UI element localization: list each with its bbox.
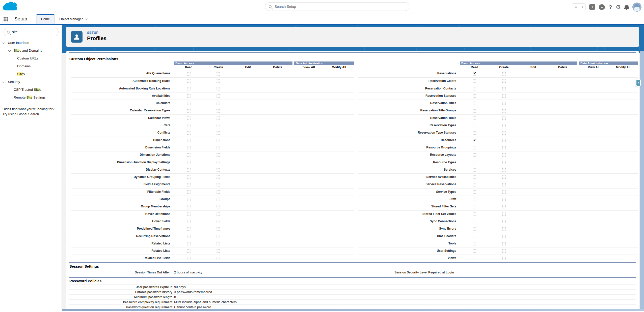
guidance-center-icon[interactable]: ▲ (599, 4, 605, 10)
checkbox-unchecked[interactable] (187, 161, 190, 164)
checkbox-unchecked[interactable] (502, 131, 505, 135)
favorites-caret-icon[interactable]: ▾ (580, 4, 585, 10)
checkbox-unchecked[interactable] (217, 72, 220, 75)
checkbox-unchecked[interactable] (187, 176, 190, 179)
checkbox-unchecked[interactable] (502, 198, 505, 201)
checkbox-unchecked[interactable] (473, 242, 476, 245)
checkbox-unchecked[interactable] (502, 124, 505, 127)
checkbox-unchecked[interactable] (473, 205, 476, 208)
checkbox-unchecked[interactable] (502, 242, 505, 245)
checkbox-unchecked[interactable] (502, 168, 505, 172)
sidebar-item-security[interactable]: Security (0, 78, 62, 86)
scroll-track-vertical[interactable] (640, 51, 644, 311)
checkbox-unchecked[interactable] (473, 190, 476, 194)
sidebar-item-user-interface[interactable]: User Interface (0, 39, 62, 47)
checkbox-unchecked[interactable] (187, 102, 190, 105)
checkbox-unchecked[interactable] (187, 168, 190, 172)
checkbox-unchecked[interactable] (473, 176, 476, 179)
checkbox-unchecked[interactable] (473, 168, 476, 172)
checkbox-unchecked[interactable] (187, 116, 190, 120)
checkbox-unchecked[interactable] (473, 146, 476, 149)
checkbox-unchecked[interactable] (217, 124, 220, 127)
checkbox-unchecked[interactable] (502, 190, 505, 194)
help-icon[interactable]: ? (609, 4, 612, 10)
checkbox-unchecked[interactable] (502, 227, 505, 231)
checkbox-unchecked[interactable] (502, 102, 505, 105)
checkbox-unchecked[interactable] (473, 80, 476, 83)
checkbox-unchecked[interactable] (217, 116, 220, 120)
sidebar-item-sites-and-domains[interactable]: Sites and Domains (0, 47, 62, 54)
checkbox-unchecked[interactable] (217, 139, 220, 142)
user-avatar[interactable] (632, 3, 641, 12)
checkbox-unchecked[interactable] (473, 198, 476, 201)
sidebar-item-remote-site-settings[interactable]: Remote Site Settings (0, 93, 62, 101)
checkbox-unchecked[interactable] (187, 124, 190, 127)
checkbox-unchecked[interactable] (502, 249, 505, 253)
sidebar-item-csp-trusted-sites[interactable]: CSP Trusted Sites (0, 86, 62, 93)
checkbox-unchecked[interactable] (187, 212, 190, 216)
checkbox-unchecked[interactable] (187, 131, 190, 135)
checkbox-unchecked[interactable] (473, 235, 476, 238)
checkbox-unchecked[interactable] (502, 95, 505, 98)
checkbox-unchecked[interactable] (217, 257, 220, 260)
checkbox-unchecked[interactable] (187, 242, 190, 245)
checkbox-unchecked[interactable] (187, 257, 190, 260)
checkbox-unchecked[interactable] (502, 153, 505, 157)
checkbox-unchecked[interactable] (187, 205, 190, 208)
checkbox-unchecked[interactable] (502, 235, 505, 238)
tab-object-manager[interactable]: Object Manager (55, 14, 92, 24)
checkbox-unchecked[interactable] (217, 249, 220, 253)
checkbox-unchecked[interactable] (473, 102, 476, 105)
checkbox-unchecked[interactable] (502, 205, 505, 208)
checkbox-unchecked[interactable] (187, 227, 190, 231)
checkbox-unchecked[interactable] (502, 87, 505, 90)
checkbox-unchecked[interactable] (502, 161, 505, 164)
checkbox-unchecked[interactable] (217, 220, 220, 223)
checkbox-unchecked[interactable] (217, 183, 220, 186)
checkbox-unchecked[interactable] (187, 139, 190, 142)
checkbox-unchecked[interactable] (217, 87, 220, 90)
checkbox-unchecked[interactable] (473, 183, 476, 186)
checkbox-unchecked[interactable] (473, 153, 476, 157)
checkbox-unchecked[interactable] (473, 249, 476, 253)
checkbox-unchecked[interactable] (187, 235, 190, 238)
checkbox-unchecked[interactable] (502, 80, 505, 83)
setup-gear-icon[interactable]: ⚙ (616, 4, 621, 10)
checkbox-unchecked[interactable] (502, 72, 505, 75)
sidebar-item-sites[interactable]: Sites (0, 70, 62, 78)
checkbox-unchecked[interactable] (473, 257, 476, 260)
checkbox-unchecked[interactable] (473, 161, 476, 164)
checkbox-unchecked[interactable] (187, 183, 190, 186)
checkbox-unchecked[interactable] (217, 80, 220, 83)
checkbox-unchecked[interactable] (217, 95, 220, 98)
checkbox-unchecked[interactable] (217, 146, 220, 149)
checkbox-unchecked[interactable] (187, 72, 190, 75)
checkbox-unchecked[interactable] (502, 183, 505, 186)
checkbox-unchecked[interactable] (502, 139, 505, 142)
checkbox-unchecked[interactable] (217, 205, 220, 208)
app-launcher-icon[interactable] (4, 17, 8, 21)
checkbox-unchecked[interactable] (217, 109, 220, 112)
checkbox-unchecked[interactable] (502, 146, 505, 149)
notifications-bell-icon[interactable] (625, 5, 629, 8)
checkbox-unchecked[interactable] (217, 102, 220, 105)
checkbox-unchecked[interactable] (473, 124, 476, 127)
sidebar-search-input[interactable] (12, 30, 55, 34)
checkbox-unchecked[interactable] (502, 116, 505, 120)
checkbox-unchecked[interactable] (217, 212, 220, 216)
checkbox-unchecked[interactable] (473, 212, 476, 216)
checkbox-unchecked[interactable] (217, 161, 220, 164)
sidebar-item-custom-urls[interactable]: Custom URLs (0, 54, 62, 62)
checkbox-unchecked[interactable] (473, 227, 476, 231)
checkbox-unchecked[interactable] (187, 95, 190, 98)
checkbox-unchecked[interactable] (217, 198, 220, 201)
checkbox-unchecked[interactable] (187, 109, 190, 112)
collapse-panel-handle[interactable]: ◀ (635, 79, 641, 87)
checkbox-unchecked[interactable] (502, 257, 505, 260)
checkbox-unchecked[interactable] (502, 176, 505, 179)
checkbox-unchecked[interactable] (502, 212, 505, 216)
checkbox-unchecked[interactable] (473, 87, 476, 90)
checkbox-unchecked[interactable] (217, 131, 220, 135)
checkbox-unchecked[interactable] (187, 80, 190, 83)
checkbox-unchecked[interactable] (187, 249, 190, 253)
